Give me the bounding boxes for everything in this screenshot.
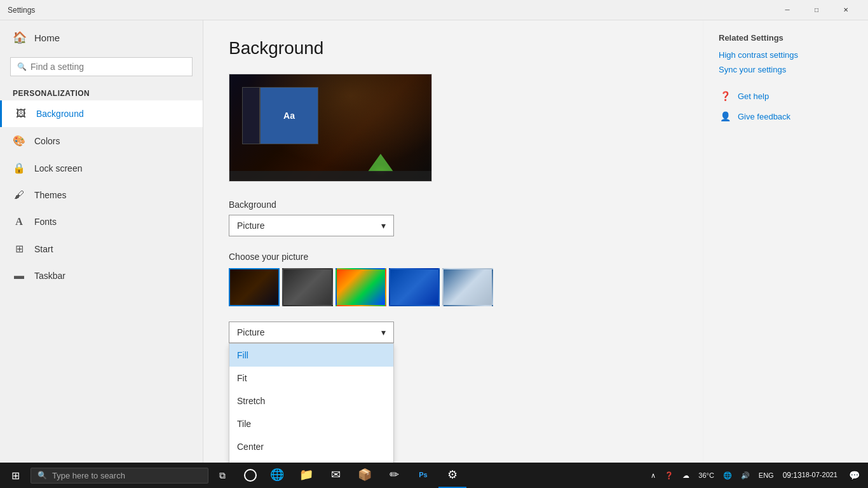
- cloud-icon: ☁: [682, 471, 689, 480]
- taskbar-app-dropbox[interactable]: 📦: [351, 463, 379, 488]
- taskbar-search[interactable]: 🔍 Type here to search: [31, 468, 208, 484]
- page-title: Background: [229, 38, 677, 58]
- taskbar-search-icon: 🔍: [37, 471, 47, 480]
- get-help-link[interactable]: Get help: [738, 92, 769, 101]
- sidebar-item-background[interactable]: 🖼 Background: [0, 100, 203, 127]
- picture-thumb-3[interactable]: [336, 268, 386, 306]
- preview-aa-text: Aa: [283, 111, 295, 121]
- picture-thumb-4[interactable]: [389, 268, 440, 306]
- language-indicator[interactable]: ENG: [755, 463, 778, 488]
- sidebar-item-label-taskbar: Taskbar: [34, 271, 65, 281]
- network-indicator: 🌐: [723, 471, 732, 480]
- help-system-icon[interactable]: ❓: [661, 463, 677, 488]
- dropdown-option-fill[interactable]: Fill: [229, 344, 393, 367]
- maximize-button[interactable]: □: [802, 0, 831, 20]
- sidebar-item-themes[interactable]: 🖌 Themes: [0, 182, 203, 208]
- question-icon: ❓: [665, 471, 674, 480]
- sidebar-item-colors[interactable]: 🎨 Colors: [0, 127, 203, 154]
- task-view-icon: ⧉: [219, 470, 226, 481]
- dropdown-option-stretch[interactable]: Stretch: [229, 390, 393, 412]
- sidebar: 🏠 Home 🔍 Personalization 🖼 Background 🎨 …: [0, 20, 203, 463]
- background-dropdown-container: Picture ▾: [229, 215, 394, 236]
- show-hidden-icon[interactable]: ∧: [647, 463, 660, 488]
- close-button[interactable]: ✕: [831, 0, 860, 20]
- search-input[interactable]: [31, 62, 186, 72]
- dropbox-icon: 📦: [358, 468, 372, 482]
- start-icon: ⊞: [13, 243, 25, 255]
- speaker-icon: 🔊: [741, 471, 750, 480]
- minimize-button[interactable]: ─: [773, 0, 802, 20]
- edge-icon: 🌐: [270, 468, 284, 482]
- network-icon[interactable]: 🌐: [719, 463, 736, 488]
- taskbar-apps: 🌐 📁 ✉ 📦 ✏ Ps ⚙: [236, 463, 644, 488]
- temperature-display[interactable]: 36°C: [695, 463, 718, 488]
- sidebar-item-label-colors: Colors: [34, 136, 60, 146]
- taskbar-app-sketch[interactable]: ✏: [380, 463, 408, 488]
- sidebar-item-fonts[interactable]: A Fonts: [0, 208, 203, 235]
- photoshop-icon: Ps: [419, 471, 427, 478]
- fit-dropdown-menu: Fill Fit Stretch Tile Center Span: [229, 343, 394, 463]
- cortana-icon: [244, 469, 257, 482]
- start-button[interactable]: ⊞: [3, 463, 28, 488]
- help-section: ❓ Get help 👤 Give feedback: [719, 90, 853, 123]
- background-dropdown-button[interactable]: Picture ▾: [229, 215, 394, 236]
- sidebar-item-lock-screen[interactable]: 🔒 Lock screen: [0, 154, 203, 182]
- taskbar-app-settings[interactable]: ⚙: [438, 463, 466, 488]
- taskbar-app-files[interactable]: 📁: [292, 463, 320, 488]
- sync-settings-link[interactable]: Sync your settings: [719, 65, 853, 74]
- high-contrast-link[interactable]: High contrast settings: [719, 50, 853, 60]
- picture-thumb-1[interactable]: [229, 268, 280, 306]
- dropdown-option-tile[interactable]: Tile: [229, 412, 393, 435]
- feedback-icon: 👤: [719, 110, 731, 123]
- fit-chevron-icon: ▾: [381, 327, 386, 337]
- sidebar-home[interactable]: 🏠 Home: [0, 20, 203, 55]
- volume-icon[interactable]: 🔊: [737, 463, 754, 488]
- preview-tent: [368, 154, 393, 172]
- dropdown-option-fit[interactable]: Fit: [229, 367, 393, 390]
- start-menu-icon: ⊞: [11, 470, 20, 482]
- taskbar-icon: ▬: [13, 270, 25, 281]
- content-area: Background Aa: [203, 20, 703, 463]
- notification-button[interactable]: 💬: [843, 463, 865, 488]
- preview-desktop: Aa: [229, 74, 431, 181]
- picture-thumb-2[interactable]: [282, 268, 333, 306]
- sidebar-item-start[interactable]: ⊞ Start: [0, 235, 203, 262]
- window-controls: ─ □ ✕: [773, 0, 860, 20]
- preview-window-sidebar: [242, 87, 260, 144]
- colors-icon: 🎨: [13, 135, 25, 147]
- give-feedback-link[interactable]: Give feedback: [738, 112, 790, 121]
- background-icon: 🖼: [15, 108, 27, 119]
- cloud-icon-sys[interactable]: ☁: [679, 463, 693, 488]
- taskbar-sys-tray: ∧ ❓ ☁ 36°C 🌐 🔊 ENG 09:13 18-07-2021 💬: [647, 463, 865, 488]
- dropdown-option-span[interactable]: Span: [229, 458, 393, 463]
- language-text: ENG: [759, 471, 774, 479]
- preview-tile-4: [306, 135, 315, 141]
- files-icon: 📁: [299, 468, 313, 482]
- preview-tile-1: [296, 127, 305, 133]
- home-label: Home: [34, 32, 60, 43]
- dropdown-option-center[interactable]: Center: [229, 435, 393, 458]
- taskbar-app-cortana[interactable]: [239, 464, 262, 487]
- chevron-up-icon: ∧: [651, 471, 656, 480]
- picture-thumb-5[interactable]: [442, 268, 493, 306]
- taskbar-app-photoshop[interactable]: Ps: [409, 463, 437, 488]
- title-bar: Settings ─ □ ✕: [0, 0, 868, 20]
- background-dropdown-label: Background: [229, 200, 677, 210]
- get-help-item[interactable]: ❓ Get help: [719, 90, 853, 102]
- task-view-button[interactable]: ⧉: [211, 464, 234, 487]
- sidebar-item-label-background: Background: [36, 109, 84, 119]
- fit-dropdown-button[interactable]: Picture ▾: [229, 322, 394, 343]
- clock-display[interactable]: 09:13 18-07-2021: [779, 463, 841, 488]
- dropdown-chevron-icon: ▾: [381, 220, 386, 231]
- taskbar-app-mail[interactable]: ✉: [322, 463, 349, 488]
- taskbar: ⊞ 🔍 Type here to search ⧉ 🌐 📁 ✉ 📦 ✏ Ps: [0, 463, 868, 488]
- sidebar-item-taskbar[interactable]: ▬ Taskbar: [0, 262, 203, 289]
- taskbar-app-edge[interactable]: 🌐: [263, 463, 291, 488]
- taskbar-search-text: Type here to search: [52, 471, 125, 480]
- sidebar-item-label-fonts: Fonts: [34, 217, 57, 227]
- sidebar-item-label-themes: Themes: [34, 190, 67, 200]
- related-settings-title: Related Settings: [719, 33, 853, 43]
- window-title: Settings: [8, 6, 35, 15]
- give-feedback-item[interactable]: 👤 Give feedback: [719, 110, 853, 123]
- sidebar-search-container[interactable]: 🔍: [10, 57, 193, 76]
